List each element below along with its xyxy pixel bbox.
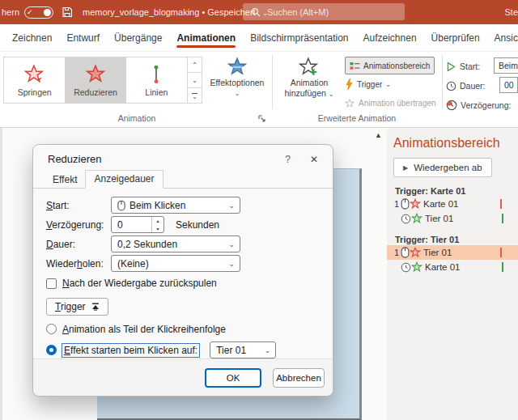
mouse-click-icon: [401, 247, 410, 258]
help-icon[interactable]: ?: [285, 154, 291, 165]
animation-pane: Animationsbereich ▶ Wiedergeben ab Trigg…: [387, 128, 518, 420]
toggle-knob: [44, 9, 51, 16]
group-label-advanced-animation: Erweiterte Animation: [272, 113, 442, 123]
dialog-title: Reduzieren: [48, 153, 285, 165]
tab-ansicht[interactable]: Ansicht: [487, 24, 518, 51]
repeat-label: Wiederholen:: [46, 258, 111, 269]
autosave-label: hern: [2, 7, 19, 17]
add-animation-button[interactable]: Animation hinzufügen ⌄: [277, 57, 342, 100]
gallery-scroll-up-icon[interactable]: ⌃: [188, 57, 202, 73]
gallery-item-springen[interactable]: Springen: [4, 57, 65, 103]
collapse-up-icon: [91, 303, 100, 311]
red-star-icon: [410, 198, 421, 210]
delay-unit-label: Sekunden: [176, 219, 219, 231]
editing-area: ▲ Animationsbereich ▶ Wiedergeben ab Tri…: [0, 128, 518, 420]
delay-label: Verzögerung:: [46, 219, 111, 231]
duration-clock-icon: [446, 81, 456, 91]
mouse-click-icon: [401, 198, 410, 210]
dialog-header: Reduzieren ? ✕: [33, 145, 333, 165]
save-icon[interactable]: [62, 6, 73, 18]
animation-item-tier01-after[interactable]: Tier 01: [387, 211, 518, 226]
ok-button[interactable]: OK: [205, 368, 261, 388]
autosave-toggle[interactable]: ✓: [24, 6, 53, 19]
timeline-bar-red: [500, 248, 502, 257]
start-play-icon: [446, 62, 456, 72]
effect-options-star-icon: [227, 57, 248, 78]
gallery-item-linien[interactable]: Linien: [126, 57, 187, 103]
user-name: Ste: [504, 7, 518, 17]
rewind-checkbox[interactable]: [46, 278, 57, 289]
tab-ueberpruefen[interactable]: Überprüfen: [424, 24, 487, 51]
start-label: Start:: [46, 200, 111, 211]
animation-item-karte01[interactable]: 1 Karte 01: [387, 197, 518, 211]
animation-pane-title: Animationsbereich: [393, 136, 518, 151]
bounce-star-icon: [24, 64, 45, 85]
sequence-radio[interactable]: [46, 324, 57, 334]
advanced-animation-group: Animationsbereich Trigger ⌄ Animation üb…: [345, 57, 445, 112]
ribbon-separator: [442, 55, 443, 109]
gallery-scroll-down-icon[interactable]: ⌄: [188, 73, 202, 88]
start-label: Start:: [460, 62, 480, 71]
trigger-group-karte01: Trigger: Karte 01 1 Karte 01 Tier 01: [387, 186, 518, 226]
tab-effekt[interactable]: Effekt: [45, 172, 85, 189]
duration-label: Dauer:: [46, 239, 111, 250]
delay-label: Verzögerung:: [461, 100, 511, 110]
start-on-click-radio[interactable]: [46, 345, 57, 355]
clock-icon: [401, 214, 411, 224]
click-target-select[interactable]: Tier 01 ⌄: [210, 342, 276, 358]
timeline-bar-green: [502, 262, 503, 272]
dialog-footer: OK Abbrechen: [33, 358, 333, 396]
check-icon: ✓: [27, 9, 33, 16]
scrollbar-up-icon[interactable]: ▲: [375, 131, 382, 139]
repeat-select[interactable]: (Keine) ⌄: [111, 255, 240, 272]
animation-item-tier01-selected[interactable]: 1 Tier 01: [387, 245, 518, 260]
animation-pane-button[interactable]: Animationsbereich: [345, 57, 435, 74]
duration-value-field[interactable]: 00: [499, 77, 518, 93]
cancel-button[interactable]: Abbrechen: [273, 368, 325, 388]
tab-aufzeichnen[interactable]: Aufzeichnen: [356, 24, 424, 51]
delay-spinner[interactable]: 0 ▴ ▾: [111, 216, 164, 233]
timeline-bar-green: [502, 214, 503, 223]
dialog-launcher-icon[interactable]: [258, 115, 265, 122]
dialog-tab-strip: Effekt Anzeigedauer: [33, 170, 333, 189]
tab-bildschirmpraesentation[interactable]: Bildschirmpräsentation: [243, 24, 355, 51]
lines-path-icon: [146, 64, 167, 85]
document-title[interactable]: memory_vorlage_blogmaking • Gespeichert …: [83, 7, 268, 17]
duration-select[interactable]: 0,2 Sekunden ⌄: [111, 235, 240, 252]
chevron-down-icon: ⌄: [385, 81, 391, 88]
gallery-expand-icon[interactable]: ⌄: [188, 88, 202, 103]
gallery-item-reduzieren[interactable]: Reduzieren: [65, 57, 125, 103]
animation-item-karte01-after[interactable]: Karte 01: [387, 260, 518, 274]
trigger-collapse-button[interactable]: Trigger: [46, 298, 108, 316]
shrink-star-icon: [85, 64, 106, 85]
chevron-down-icon: ⌄: [228, 260, 235, 268]
tab-zeichnen[interactable]: Zeichnen: [5, 24, 59, 51]
trigger-button[interactable]: Trigger ⌄: [345, 74, 445, 94]
tab-uebergaenge[interactable]: Übergänge: [107, 24, 169, 51]
search-input[interactable]: Suchen (Alt+M): [243, 3, 405, 20]
trigger-group-header: Trigger: Karte 01: [395, 186, 518, 196]
start-value-field[interactable]: Beim: [494, 57, 518, 74]
spin-down-icon[interactable]: ▾: [152, 225, 163, 233]
green-star-icon: [411, 213, 422, 224]
play-from-button[interactable]: ▶ Wiedergeben ab: [393, 158, 492, 177]
clock-icon: [401, 262, 411, 273]
close-icon[interactable]: ✕: [310, 154, 318, 165]
start-select[interactable]: Beim Klicken ⌄: [111, 197, 240, 214]
tab-anzeigedauer[interactable]: Anzeigedauer: [85, 170, 163, 189]
chevron-down-icon: ⌄: [265, 346, 271, 354]
rewind-label: Nach der Wiedergabe zurückspulen: [62, 278, 217, 289]
animation-pane-icon: [350, 62, 360, 70]
sequence-radio-label: Animation als Teil der Klickreihenfolge: [62, 324, 226, 335]
tab-entwurf[interactable]: Entwurf: [59, 24, 107, 51]
left-edge-divider: [0, 128, 2, 420]
lightning-icon: [345, 78, 354, 90]
play-icon: ▶: [403, 164, 408, 172]
gallery-scroll: ⌃ ⌄ ⌄: [187, 57, 202, 103]
search-icon: [251, 7, 261, 17]
spin-up-icon[interactable]: ▴: [152, 217, 163, 225]
title-bar: hern ✓ memory_vorlage_blogmaking • Gespe…: [0, 0, 518, 24]
ribbon-tab-row: Zeichnen Entwurf Übergänge Animationen B…: [0, 24, 518, 52]
effect-options-button[interactable]: Effektoptionen ⌄: [206, 57, 269, 99]
tab-animationen[interactable]: Animationen: [169, 24, 243, 51]
